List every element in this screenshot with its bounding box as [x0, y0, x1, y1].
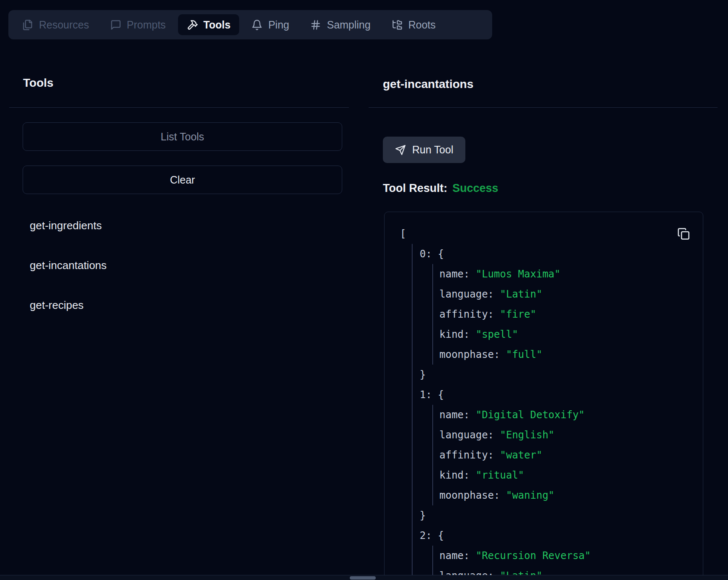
json-open-bracket: [ — [400, 228, 406, 240]
json-line: name: "Digital Detoxify" — [439, 405, 591, 425]
json-line: [ — [400, 224, 591, 244]
json-line: 0: { — [420, 244, 591, 264]
json-line: 2: { — [420, 526, 591, 546]
tool-result-json-box: [0: {name: "Lumos Maxima"language: "Lati… — [384, 212, 703, 580]
json-line: } — [420, 365, 591, 385]
json-line: moonphase: "waning" — [439, 485, 591, 505]
json-object-level: name: "Digital Detoxify"language: "Engli… — [432, 405, 591, 505]
run-tool-button[interactable]: Run Tool — [383, 137, 465, 163]
right-panel-divider — [369, 107, 718, 108]
json-line: kind: "spell" — [439, 324, 591, 344]
mcp-inspector-page: ResourcesPromptsToolsPingSamplingRoots T… — [0, 0, 728, 580]
json-line: } — [420, 505, 591, 526]
tool-result-status: Success — [452, 182, 498, 194]
json-array-level: 0: {name: "Lumos Maxima"language: "Latin… — [412, 244, 591, 580]
json-line: kind: "ritual" — [439, 465, 591, 485]
json-tree: [0: {name: "Lumos Maxima"language: "Lati… — [400, 224, 591, 580]
send-icon — [395, 145, 406, 155]
json-line: language: "English" — [439, 425, 591, 445]
run-tool-label: Run Tool — [412, 144, 453, 156]
tool-detail-panel: get-incantations Run Tool Tool Result:Su… — [0, 0, 728, 580]
json-line: name: "Lumos Maxima" — [439, 264, 591, 284]
json-line: language: "Latin" — [439, 284, 591, 304]
horizontal-scrollbar-thumb[interactable] — [350, 576, 376, 580]
tool-result-line: Tool Result:Success — [383, 182, 498, 195]
selected-tool-title: get-incantations — [383, 78, 473, 91]
json-line: name: "Recursion Reversa" — [439, 546, 591, 566]
tool-result-label: Tool Result: — [383, 182, 447, 194]
json-line: affinity: "water" — [439, 445, 591, 465]
copy-button[interactable] — [676, 227, 691, 241]
json-line: affinity: "fire" — [439, 304, 591, 324]
json-object-level: name: "Lumos Maxima"language: "Latin"aff… — [432, 264, 591, 365]
json-line: 1: { — [420, 385, 591, 405]
horizontal-scrollbar[interactable] — [0, 575, 728, 580]
copy-icon — [677, 228, 690, 240]
json-line: moonphase: "full" — [439, 344, 591, 365]
